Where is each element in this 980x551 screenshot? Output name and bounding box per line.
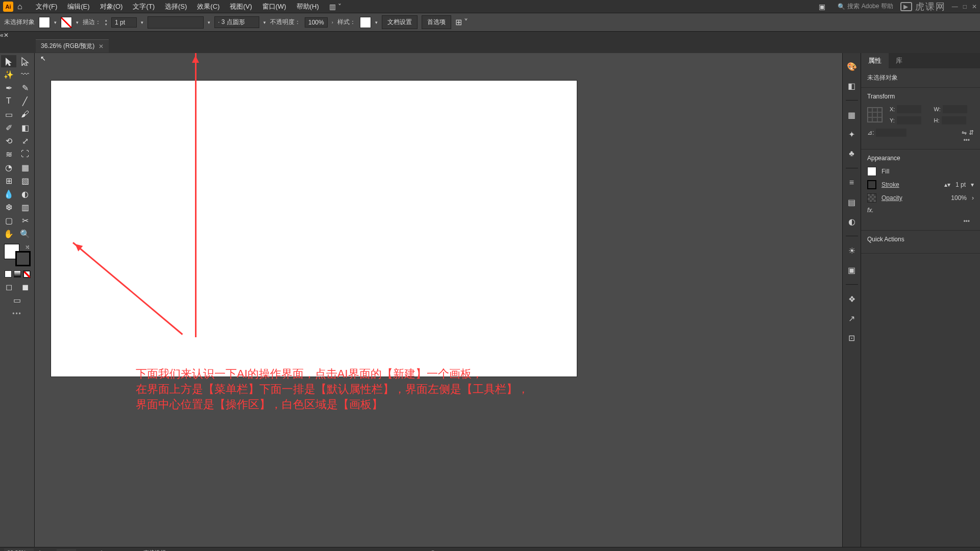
swap-fill-stroke-icon[interactable]: ⤭ xyxy=(25,244,30,251)
menu-file[interactable]: 文件(F) xyxy=(31,2,63,11)
brush-definition[interactable]: · 3 点圆形 xyxy=(214,16,259,28)
color-guide-panel-icon[interactable]: ◧ xyxy=(846,80,858,92)
menu-type[interactable]: 文字(T) xyxy=(128,2,160,11)
preferences-button[interactable]: 首选项 xyxy=(422,15,451,29)
home-icon[interactable]: ⌂ xyxy=(17,2,22,11)
menu-help[interactable]: 帮助(H) xyxy=(291,2,324,11)
transparency-panel-icon[interactable]: ◐ xyxy=(846,215,858,228)
menu-object[interactable]: 对象(O) xyxy=(95,2,128,11)
asset-export-panel-icon[interactable]: ↗ xyxy=(846,312,858,324)
close-icon[interactable]: ✕ xyxy=(972,3,977,10)
pretab-close-icon[interactable]: ✕ xyxy=(4,32,9,39)
stroke-proxy-icon[interactable] xyxy=(15,251,31,266)
eraser-tool[interactable]: ◧ xyxy=(17,121,33,134)
artboards-panel-icon[interactable]: ⊡ xyxy=(846,332,858,344)
artboard-tool[interactable]: ▢ xyxy=(1,214,16,227)
direct-selection-tool[interactable] xyxy=(17,55,33,67)
fill-stroke-proxy[interactable]: ⤭ xyxy=(4,244,31,266)
fill-dropdown-icon[interactable]: ▾ xyxy=(54,20,57,25)
tab-properties[interactable]: 属性 xyxy=(861,53,889,68)
edit-toolbar-icon[interactable]: ••• xyxy=(1,310,33,317)
appearance-stroke-swatch[interactable] xyxy=(867,180,876,189)
eyedropper-tool[interactable]: 💧 xyxy=(1,188,16,200)
stroke-dropdown-icon[interactable]: ▾ xyxy=(76,20,79,25)
mesh-tool[interactable]: ⊞ xyxy=(1,174,16,187)
transform-w-field[interactable] xyxy=(943,105,967,113)
menu-window[interactable]: 窗口(W) xyxy=(257,2,291,11)
graphic-styles-panel-icon[interactable]: ▣ xyxy=(846,264,858,276)
line-tool[interactable]: ╱ xyxy=(17,95,33,107)
menu-view[interactable]: 视图(V) xyxy=(225,2,257,11)
fx-label[interactable]: fx. xyxy=(867,207,874,214)
hand-tool[interactable]: ✋ xyxy=(1,228,16,240)
gradient-panel-icon[interactable]: ▤ xyxy=(846,196,858,208)
transform-more-icon[interactable]: ••• xyxy=(867,137,974,144)
maximize-icon[interactable]: □ xyxy=(963,3,967,10)
symbols-panel-icon[interactable]: ♣ xyxy=(846,147,858,160)
free-transform-tool[interactable]: ⛶ xyxy=(17,148,33,160)
canvas-viewport[interactable]: ↖ 下面我们来认识一下AI的操作界面，点击AI界面的【新建】一个画板， 在界面上… xyxy=(35,53,842,547)
brushes-panel-icon[interactable]: ✦ xyxy=(846,128,858,140)
appearance-opacity-value[interactable]: 100% xyxy=(951,194,967,202)
tab-close-icon[interactable]: ✕ xyxy=(99,43,104,50)
width-tool[interactable]: ≋ xyxy=(1,148,16,160)
pen-tool[interactable]: ✒ xyxy=(1,82,16,94)
perspective-grid-tool[interactable]: ▦ xyxy=(17,161,33,173)
transform-y-field[interactable] xyxy=(897,116,921,124)
tab-libraries[interactable]: 库 xyxy=(889,53,910,68)
rotate-tool[interactable]: ⟲ xyxy=(1,135,16,147)
workspace-switcher-icon[interactable]: ▥ ˅ xyxy=(329,3,341,11)
zoom-level-field[interactable]: 36.26% ▾ xyxy=(4,548,34,551)
scale-tool[interactable]: ⤢ xyxy=(17,135,33,147)
layers-panel-icon[interactable]: ❖ xyxy=(846,293,858,305)
slice-tool[interactable]: ✂ xyxy=(17,214,33,227)
flip-v-icon[interactable]: ⇵ xyxy=(969,129,974,136)
arrange-documents-icon[interactable]: ▣ xyxy=(819,3,825,11)
selection-tool[interactable] xyxy=(1,55,16,67)
variable-width-profile[interactable] xyxy=(148,16,204,29)
appearance-stroke-value[interactable]: 1 pt xyxy=(955,181,966,188)
stroke-swatch[interactable] xyxy=(61,17,72,28)
column-graph-tool[interactable]: ▥ xyxy=(17,201,33,213)
color-mode-solid[interactable] xyxy=(5,270,12,278)
align-icon[interactable]: ⊞ ˅ xyxy=(455,17,468,27)
menu-effect[interactable]: 效果(C) xyxy=(192,2,225,11)
stroke-width-field[interactable]: 1 pt xyxy=(111,17,137,28)
shaper-tool[interactable]: ✐ xyxy=(1,121,16,134)
draw-mode-icon[interactable]: ▭ xyxy=(5,294,30,306)
blend-tool[interactable]: ◐ xyxy=(17,188,33,200)
color-mode-gradient[interactable] xyxy=(14,270,21,278)
appearance-more-icon[interactable]: ••• xyxy=(867,218,974,225)
style-swatch[interactable] xyxy=(360,17,371,28)
color-panel-icon[interactable]: 🎨 xyxy=(846,60,858,72)
appearance-panel-icon[interactable]: ☀ xyxy=(846,244,858,257)
shape-builder-tool[interactable]: ◔ xyxy=(1,161,16,173)
minimize-icon[interactable]: — xyxy=(952,3,958,10)
opacity-field[interactable]: 100% xyxy=(305,17,328,28)
artboard-number-field[interactable]: 1 xyxy=(57,549,76,552)
menu-select[interactable]: 选择(S) xyxy=(160,2,192,11)
symbol-sprayer-tool[interactable]: ❆ xyxy=(1,201,16,213)
artboard[interactable] xyxy=(51,81,577,377)
stroke-stepper[interactable]: ▴▾ xyxy=(105,18,107,27)
appearance-fill-swatch[interactable] xyxy=(867,167,876,176)
color-mode-none[interactable] xyxy=(23,270,30,278)
type-tool[interactable]: T xyxy=(1,95,16,107)
stroke-panel-icon[interactable]: ≡ xyxy=(846,177,858,189)
document-tab[interactable]: 36.26% (RGB/预览) ✕ xyxy=(36,39,109,53)
menu-edit[interactable]: 编辑(E) xyxy=(62,2,94,11)
curvature-tool[interactable]: ✎ xyxy=(17,82,33,94)
lasso-tool[interactable]: 〰 xyxy=(17,68,33,81)
transform-x-field[interactable] xyxy=(897,105,921,113)
reference-point-locator[interactable] xyxy=(867,107,883,122)
gradient-tool[interactable]: ▧ xyxy=(17,174,33,187)
fill-swatch[interactable] xyxy=(39,17,50,28)
flip-h-icon[interactable]: ⇋ xyxy=(962,129,967,136)
swatches-panel-icon[interactable]: ▦ xyxy=(846,109,858,121)
document-setup-button[interactable]: 文档设置 xyxy=(382,15,418,29)
rectangle-tool[interactable]: ▭ xyxy=(1,108,16,120)
transform-angle-field[interactable] xyxy=(876,129,906,137)
zoom-tool[interactable]: 🔍 xyxy=(17,228,33,240)
screen-mode-normal[interactable]: ◻ xyxy=(2,281,17,293)
help-search[interactable]: 🔍 搜索 Adobe 帮助 xyxy=(838,2,893,11)
